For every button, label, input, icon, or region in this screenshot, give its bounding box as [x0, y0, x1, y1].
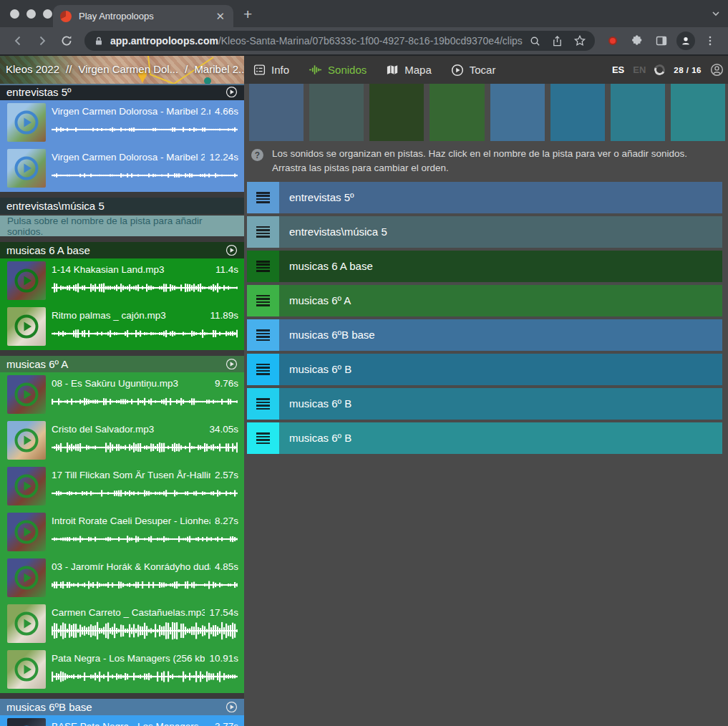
clip-item[interactable]: Virgen Carmen Dolorosa - Maribel 2.mp34.…: [0, 100, 244, 146]
clip-duration: 11.4s: [215, 264, 238, 275]
track-drag-handle[interactable]: [247, 182, 279, 213]
track-drag-handle[interactable]: [247, 251, 279, 282]
browser-tab[interactable]: Play Antropoloops ✕: [53, 5, 233, 27]
play-track-button[interactable]: [225, 86, 238, 98]
browser-menu-icon[interactable]: [698, 31, 722, 51]
nav-label: Info: [271, 64, 289, 76]
clip-item[interactable]: Cristo del Salvador.mp334.05s: [0, 418, 244, 464]
profile-avatar[interactable]: [674, 31, 698, 51]
play-track-button[interactable]: [225, 244, 238, 256]
share-icon[interactable]: [551, 35, 563, 47]
track-name-button[interactable]: musicas 6º B: [279, 388, 722, 420]
clip-play-overlay-icon[interactable]: [13, 518, 40, 548]
track-drag-handle[interactable]: [247, 285, 279, 316]
clip-play-overlay-icon[interactable]: [13, 564, 40, 594]
track-name-button[interactable]: musicas 6º A: [279, 285, 722, 316]
loading-spinner-icon: [653, 63, 666, 77]
track-drag-handle[interactable]: [247, 354, 279, 385]
clip-duration: 9.76s: [215, 378, 238, 389]
lang-en-button[interactable]: EN: [633, 64, 646, 75]
clip-item[interactable]: Carmen Carreto _ Castañuelas.mp317.54s: [0, 601, 244, 647]
track-name-button[interactable]: musicas 6 A base: [279, 251, 722, 282]
track-name-button[interactable]: entrevistas\música 5: [279, 216, 722, 248]
clip-item[interactable]: Virgen Carmen Dolorosa - Maribel 2.mp312…: [0, 146, 244, 192]
nav-tab-sonidos[interactable]: Sonidos: [309, 64, 367, 76]
clip-item[interactable]: 1-14 Khakasian Land.mp311.4s: [0, 258, 244, 304]
breadcrumb-middle[interactable]: Virgen Carmen Dol...: [78, 63, 178, 75]
play-track-button[interactable]: [225, 358, 238, 370]
play-track-button[interactable]: [225, 701, 238, 713]
track-name: musicas 6 A base: [289, 260, 373, 272]
record-extension-icon[interactable]: [601, 31, 625, 51]
tab-close-icon[interactable]: ✕: [214, 10, 226, 23]
window-close-button[interactable]: [10, 9, 19, 19]
nav-tab-mapa[interactable]: Mapa: [386, 64, 432, 76]
breadcrumb[interactable]: Kleos 2022 // Virgen Carmen Dol... / Mar…: [6, 63, 244, 75]
clip-waveform: [52, 576, 238, 594]
account-icon[interactable]: [710, 63, 724, 77]
track-drag-handle[interactable]: [247, 422, 279, 454]
clip-play-overlay-icon[interactable]: [13, 381, 40, 411]
clip-item[interactable]: 08 - Es Sakūru Uguntiņu.mp39.76s: [0, 372, 244, 418]
clip-item[interactable]: BASE Pata Negra - Los Managers3.77s: [0, 715, 244, 726]
track-section-header[interactable]: musicas 6º A: [0, 356, 244, 372]
address-bar[interactable]: app.antropoloops.com/Kleos-Santa-Marina/…: [84, 31, 595, 51]
track-section-header[interactable]: musicas 6ºB base: [0, 699, 244, 715]
clip-item[interactable]: 17 Till Flickan Som Är Tusen År-Halling …: [0, 464, 244, 510]
track-color-tile[interactable]: [671, 84, 725, 141]
track-section-header[interactable]: musicas 6 A base: [0, 242, 244, 258]
bookmark-star-icon[interactable]: [573, 34, 586, 47]
clip-item[interactable]: 03 - Jaromír Horák & Konrádyho dudácká .…: [0, 556, 244, 601]
clip-thumbnail: [7, 718, 46, 726]
track-name-button[interactable]: musicas 6ºB base: [279, 319, 722, 351]
back-button[interactable]: [6, 31, 30, 51]
new-tab-button[interactable]: +: [243, 6, 252, 23]
clip-item[interactable]: Pata Negra - Los Managers (256 kbps).mp3…: [0, 647, 244, 693]
track-row: musicas 6º B: [247, 388, 722, 420]
url-path: /Kleos-Santa-Marina/07b6333c-1f00-4927-8…: [218, 35, 523, 47]
drag-handle-icon: [256, 329, 270, 341]
track-color-tile[interactable]: [490, 84, 545, 141]
track-name-button[interactable]: musicas 6º B: [279, 422, 722, 454]
side-panel-icon[interactable]: [649, 31, 674, 51]
track-section-header[interactable]: entrevistas 5º: [0, 84, 244, 100]
reload-button[interactable]: [54, 31, 79, 51]
track-section-name: musicas 6º A: [6, 358, 68, 370]
nav-label: Mapa: [404, 64, 432, 76]
track-color-tile[interactable]: [429, 84, 484, 141]
track-section-header[interactable]: entrevistas\música 5: [0, 198, 244, 214]
zoom-search-icon[interactable]: [529, 35, 541, 47]
clip-play-overlay-icon[interactable]: [13, 427, 40, 457]
track-color-tile[interactable]: [550, 84, 605, 141]
nav-tab-tocar[interactable]: Tocar: [451, 64, 496, 77]
track-color-tile[interactable]: [611, 84, 665, 141]
clip-play-overlay-icon[interactable]: [13, 267, 40, 297]
clip-play-overlay-icon[interactable]: [13, 656, 40, 686]
track-name-button[interactable]: musicas 6º B: [279, 354, 722, 385]
clip-title: 08 - Es Sakūru Uguntiņu.mp3: [52, 378, 210, 389]
track-drag-handle[interactable]: [247, 388, 279, 420]
clip-item[interactable]: Introit Rorate Caeli Desuper - Lionheart…: [0, 510, 244, 556]
lang-es-button[interactable]: ES: [612, 64, 624, 75]
clip-title-row: Virgen Carmen Dolorosa - Maribel 2.mp34.…: [52, 106, 238, 117]
track-color-tile[interactable]: [249, 84, 304, 141]
clip-thumbnail: [7, 261, 46, 300]
nav-tab-info[interactable]: Info: [253, 64, 289, 76]
clip-play-overlay-icon[interactable]: [13, 473, 40, 503]
extensions-puzzle-icon[interactable]: [625, 31, 649, 51]
window-minimize-button[interactable]: [26, 9, 36, 19]
window-zoom-button[interactable]: [43, 9, 52, 19]
forward-button[interactable]: [30, 31, 54, 51]
clip-play-overlay-icon[interactable]: [13, 610, 40, 640]
track-color-tile[interactable]: [369, 84, 424, 141]
track-color-tile[interactable]: [309, 84, 364, 141]
clip-play-overlay-icon[interactable]: [13, 109, 40, 139]
track-name-button[interactable]: entrevistas 5º: [279, 182, 722, 213]
clip-play-overlay-icon[interactable]: [13, 313, 40, 343]
clip-item[interactable]: Ritmo palmas _ cajón.mp311.89s: [0, 304, 244, 350]
clip-play-overlay-icon[interactable]: [13, 155, 40, 185]
track-drag-handle[interactable]: [247, 319, 279, 351]
track-drag-handle[interactable]: [247, 216, 279, 248]
breadcrumb-project[interactable]: Kleos 2022: [6, 63, 59, 75]
tab-search-chevron-icon[interactable]: [711, 9, 721, 21]
